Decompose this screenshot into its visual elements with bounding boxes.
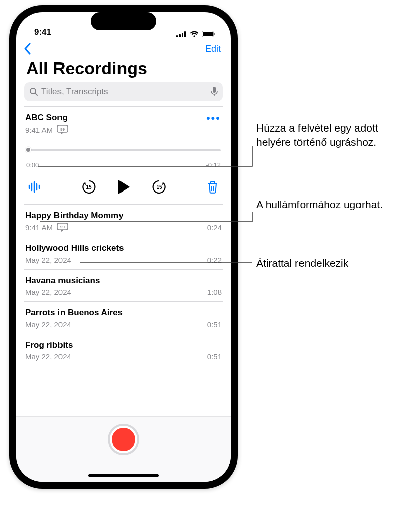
wifi-icon (190, 31, 199, 37)
battery-icon (202, 31, 216, 37)
callout-waveform: A hullámformához ugorhat. (256, 198, 383, 212)
scrubber-thumb[interactable] (25, 147, 31, 153)
recording-row[interactable]: Hollywood Hills cricketsMay 22, 20240:22 (24, 237, 223, 269)
screen: 9:41 Edit All Recordings (16, 12, 231, 482)
recording-subtitle: May 22, 2024 (25, 352, 71, 361)
record-toolbar (16, 416, 231, 482)
status-indicators (176, 31, 216, 37)
svg-rect-3 (184, 31, 186, 37)
transcript-icon: 99 (57, 125, 68, 134)
back-button[interactable] (23, 42, 32, 55)
recording-duration: 0:51 (207, 320, 222, 329)
callout-scrubber: Húzza a felvétel egy adott helyére törté… (256, 121, 407, 150)
search-icon (29, 87, 38, 96)
transcript-icon: 99 (57, 223, 68, 232)
search-placeholder: Titles, Transcripts (41, 87, 208, 97)
waveform-button[interactable] (28, 181, 41, 193)
recording-row[interactable]: Havana musiciansMay 22, 20241:08 (24, 270, 223, 301)
recording-title: Hollywood Hills crickets (25, 243, 222, 253)
svg-text:99: 99 (60, 127, 65, 132)
dynamic-island (91, 12, 156, 30)
recording-row[interactable]: Happy Birthday Mommy9:41 AM990:24 (24, 205, 223, 237)
recording-row[interactable]: Frog ribbitsMay 22, 20240:51 (24, 334, 223, 366)
svg-rect-5 (203, 32, 213, 36)
recording-title: Parrots in Buenos Aires (25, 308, 222, 318)
search-input[interactable]: Titles, Transcripts (24, 82, 223, 101)
phone-frame: 9:41 Edit All Recordings (9, 5, 238, 489)
recording-duration: 1:08 (207, 288, 222, 296)
recording-title: Happy Birthday Mommy (25, 211, 222, 221)
scrubber[interactable] (25, 145, 222, 156)
svg-line-8 (35, 93, 37, 95)
recording-row-expanded[interactable]: ABC Song 9:41 AM 99 ••• (24, 107, 223, 204)
recording-title: Frog ribbits (25, 340, 222, 350)
svg-rect-6 (214, 33, 215, 35)
callout-transcript: Átirattal rendelkezik (256, 256, 348, 270)
recording-subtitle: May 22, 2024 (25, 320, 71, 329)
record-icon (112, 428, 135, 451)
recordings-list[interactable]: ABC Song 9:41 AM 99 ••• (16, 106, 231, 416)
nav-bar: Edit (16, 40, 231, 58)
svg-text:99: 99 (60, 225, 65, 229)
recording-title: ABC Song (25, 113, 68, 123)
svg-rect-0 (176, 35, 178, 37)
status-time: 9:41 (34, 27, 51, 37)
edit-button[interactable]: Edit (205, 44, 221, 54)
recording-row[interactable]: Parrots in Buenos AiresMay 22, 20240:51 (24, 302, 223, 334)
recording-time: 9:41 AM (25, 125, 53, 134)
mic-icon[interactable] (211, 87, 218, 97)
delete-button[interactable] (207, 180, 219, 194)
remaining-time: -0:12 (206, 161, 221, 169)
recording-duration: 0:24 (207, 223, 222, 232)
skip-forward-15-button[interactable]: 15 (151, 179, 167, 195)
page-title: All Recordings (16, 58, 231, 82)
elapsed-time: 0:00 (26, 161, 39, 169)
record-button[interactable] (108, 424, 139, 455)
play-button[interactable] (117, 179, 131, 195)
recording-subtitle: May 22, 2024 (25, 288, 71, 296)
svg-rect-2 (182, 33, 183, 37)
recording-subtitle: May 22, 2024 (25, 256, 71, 264)
recording-subtitle: 9:41 AM (25, 223, 53, 232)
cellular-icon (176, 31, 187, 37)
more-button[interactable]: ••• (206, 113, 222, 124)
recording-duration: 0:51 (207, 352, 222, 361)
home-indicator[interactable] (88, 474, 159, 477)
svg-rect-1 (179, 34, 181, 37)
svg-text:15: 15 (156, 184, 162, 190)
skip-back-15-button[interactable]: 15 (81, 179, 97, 195)
recording-title: Havana musicians (25, 276, 222, 286)
svg-rect-9 (213, 87, 216, 93)
svg-text:15: 15 (86, 184, 92, 190)
recording-duration: 0:22 (207, 256, 222, 264)
